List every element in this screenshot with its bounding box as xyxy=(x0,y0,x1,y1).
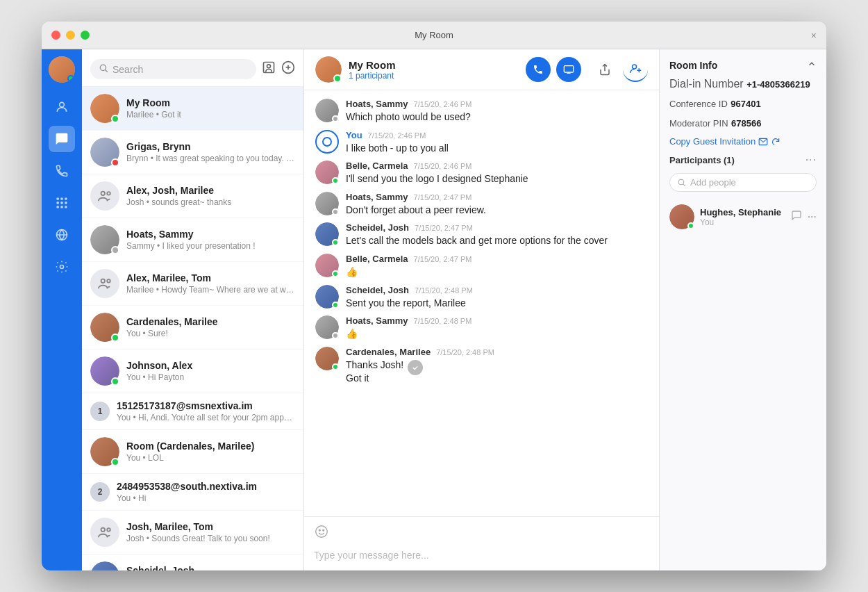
chat-avatar xyxy=(315,56,342,83)
list-item[interactable]: Alex, Josh, Marilee Josh • sounds great~… xyxy=(82,174,303,218)
list-item[interactable]: Cardenales, Marilee You • Sure! xyxy=(82,306,303,350)
svg-point-22 xyxy=(107,279,110,283)
collapse-icon[interactable] xyxy=(807,59,817,71)
search-box[interactable]: Search xyxy=(90,59,256,79)
close-icon[interactable]: × xyxy=(811,30,817,41)
emoji-button[interactable] xyxy=(314,524,649,543)
email-icon xyxy=(758,137,768,147)
message-sender: Hoats, Sammy xyxy=(346,192,408,202)
participants-more-icon[interactable]: ··· xyxy=(806,154,817,166)
message-content: Scheidel, Josh 7/15/20, 2:47 PM Let's ca… xyxy=(346,222,648,248)
message-input[interactable]: Type your message here... xyxy=(314,547,649,564)
list-item[interactable]: 2 2484953538@south.nextiva.im You • Hi xyxy=(82,474,303,511)
title-bar: My Room × xyxy=(42,22,826,49)
message-content: Belle, Carmela 7/15/20, 2:46 PM I'll sen… xyxy=(346,161,648,186)
window-title: My Room xyxy=(415,30,453,40)
minimize-button[interactable] xyxy=(66,31,75,40)
user-avatar[interactable] xyxy=(49,56,75,83)
conversation-preview: Sammy • I liked your presentation ! xyxy=(126,241,295,251)
conversation-info: Cardenales, Marilee You • Sure! xyxy=(126,316,295,338)
svg-line-37 xyxy=(683,184,685,186)
dial-in-value: +1-4805366219 xyxy=(746,79,810,90)
message-meta: Belle, Carmela 7/15/20, 2:46 PM xyxy=(346,161,648,171)
message-sender: Scheidel, Josh xyxy=(346,285,409,295)
add-people-placeholder: Add people xyxy=(690,177,736,188)
status-indicator xyxy=(111,377,119,386)
message-avatar xyxy=(315,99,339,122)
conversation-info: Josh, Marilee, Tom Josh • Sounds Great! … xyxy=(126,521,295,543)
close-button[interactable] xyxy=(51,31,60,40)
message-time: 7/15/20, 2:46 PM xyxy=(414,100,472,108)
conversation-info: Grigas, Brynn Brynn • It was great speak… xyxy=(126,141,295,163)
moderator-pin-row: Moderator PIN 678566 xyxy=(669,117,817,129)
window-controls xyxy=(51,31,90,40)
maximize-button[interactable] xyxy=(81,31,90,40)
message-row: Belle, Carmela 7/15/20, 2:46 PM I'll sen… xyxy=(315,161,648,186)
conversation-info: Hoats, Sammy Sammy • I liked your presen… xyxy=(126,229,295,251)
message-meta: Hoats, Sammy 7/15/20, 2:47 PM xyxy=(346,192,648,202)
conversation-avatar xyxy=(90,561,119,570)
status-dot xyxy=(332,208,339,215)
screen-share-button[interactable] xyxy=(556,57,581,82)
list-item[interactable]: Hoats, Sammy Sammy • I liked your presen… xyxy=(82,218,303,262)
message-avatar xyxy=(315,161,339,184)
svg-point-21 xyxy=(101,279,106,283)
nav-phone-icon[interactable] xyxy=(49,158,75,184)
list-item[interactable]: Scheidel, Josh You • Hi Blake! xyxy=(82,554,303,570)
chat-room-name: My Room xyxy=(349,59,519,71)
chat-participant-count: 1 participant xyxy=(349,71,519,81)
nav-chat-icon[interactable] xyxy=(49,126,75,152)
status-dot xyxy=(332,332,339,339)
nav-settings-icon[interactable] xyxy=(49,254,75,280)
message-text: Let's call the models back and get more … xyxy=(346,234,648,248)
list-item[interactable]: Johnson, Alex You • Hi Payton xyxy=(82,350,303,393)
message-content: Belle, Carmela 7/15/20, 2:47 PM 👍 xyxy=(346,254,648,279)
online-status-dot xyxy=(67,75,74,82)
svg-point-19 xyxy=(101,192,106,196)
add-person-button[interactable] xyxy=(623,57,648,82)
conversation-info: 15125173187@smsnextiva.im You • Hi, Andi… xyxy=(117,400,295,422)
conversation-preview: You • Hi xyxy=(117,493,295,503)
message-sender: You xyxy=(346,130,362,140)
nav-apps-icon[interactable] xyxy=(49,190,75,216)
message-avatar xyxy=(315,347,339,370)
phone-call-button[interactable] xyxy=(526,57,551,82)
status-dot xyxy=(332,177,339,184)
nav-globe-icon[interactable] xyxy=(49,222,75,248)
conversation-name: 15125173187@smsnextiva.im xyxy=(117,400,295,411)
message-content: Scheidel, Josh 7/15/20, 2:48 PM Sent you… xyxy=(346,285,648,311)
search-input[interactable]: Search xyxy=(112,64,248,75)
list-item[interactable]: Grigas, Brynn Brynn • It was great speak… xyxy=(82,131,303,174)
add-people-box[interactable]: Add people xyxy=(669,173,817,192)
search-people-icon xyxy=(677,178,686,187)
message-row: Hoats, Sammy 7/15/20, 2:47 PM Don't forg… xyxy=(315,192,648,217)
message-sender: Hoats, Sammy xyxy=(346,99,408,109)
message-row: Hoats, Sammy 7/15/20, 2:46 PM Which phot… xyxy=(315,99,648,124)
participant-chat-icon[interactable] xyxy=(791,210,802,224)
message-content: Hoats, Sammy 7/15/20, 2:46 PM Which phot… xyxy=(346,99,648,124)
message-text: I like both - up to you all xyxy=(346,142,648,156)
message-time: 7/15/20, 2:47 PM xyxy=(414,193,472,202)
message-avatar xyxy=(315,254,339,277)
new-contact-icon[interactable] xyxy=(262,60,276,78)
conversation-avatar xyxy=(90,225,119,254)
share-button[interactable] xyxy=(592,57,617,82)
participants-header: Participants (1) ··· xyxy=(669,154,817,166)
list-item[interactable]: Room (Cardenales, Marilee) You • LOL xyxy=(82,430,303,474)
conversation-avatar xyxy=(90,356,119,386)
compose-icon[interactable] xyxy=(281,60,295,78)
message-sender: Hoats, Sammy xyxy=(346,315,408,326)
status-dot xyxy=(332,115,339,122)
list-item[interactable]: My Room Marilee • Got it xyxy=(82,87,303,131)
svg-point-23 xyxy=(101,528,106,532)
list-item[interactable]: Alex, Marilee, Tom Marilee • Howdy Team~… xyxy=(82,262,303,306)
message-status-icon xyxy=(408,360,423,375)
list-item[interactable]: Josh, Marilee, Tom Josh • Sounds Great! … xyxy=(82,511,303,554)
participant-more-options[interactable]: ··· xyxy=(808,211,817,223)
message-content: Hoats, Sammy 7/15/20, 2:48 PM 👍 xyxy=(346,315,648,341)
list-item[interactable]: 1 15125173187@smsnextiva.im You • Hi, An… xyxy=(82,393,303,430)
copy-guest-invitation-link[interactable]: Copy Guest Invitation xyxy=(669,136,817,147)
nav-contacts-icon[interactable] xyxy=(49,94,75,120)
conversation-name: 2484953538@south.nextiva.im xyxy=(117,481,295,492)
svg-line-13 xyxy=(106,70,108,72)
